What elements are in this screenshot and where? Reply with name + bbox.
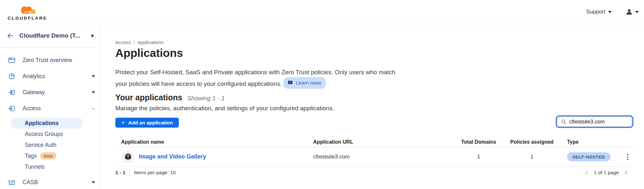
total-domains-value: 1 xyxy=(461,154,497,160)
chevron-up-icon xyxy=(92,107,95,110)
showing-count: Showing 1 - 1 xyxy=(187,95,225,102)
sidebar-item-tunnels[interactable]: Tunnels xyxy=(0,161,101,172)
table-header-row: Application name Application URL Total D… xyxy=(115,137,633,147)
chevron-down-icon xyxy=(608,11,612,13)
expand-account-icon[interactable] xyxy=(91,34,94,37)
learn-more-button[interactable]: Learn more xyxy=(284,77,325,89)
column-total-domains: Total Domains xyxy=(461,139,497,145)
row-actions-kebab-icon[interactable]: ⋮ xyxy=(624,153,635,160)
application-url: cftestsite3.com xyxy=(313,154,461,160)
account-name: Cloudflare Demo (T... xyxy=(19,32,91,39)
chevron-down-icon xyxy=(635,11,639,13)
overview-window-icon xyxy=(8,57,15,64)
type-badge: SELF-HOSTED xyxy=(567,152,610,161)
search-input[interactable] xyxy=(569,119,629,125)
access-login-icon xyxy=(8,105,15,112)
sidebar: Cloudflare Demo (T... Zero Trust overvie… xyxy=(0,24,101,189)
next-page-icon[interactable] xyxy=(623,170,629,175)
sidebar-item-service-auth[interactable]: Service Auth xyxy=(0,140,101,150)
table-row: Image and Video Gallery cftestsite3.com … xyxy=(115,147,633,166)
page-status: 1 of 1 page xyxy=(594,170,619,176)
sidebar-item-applications[interactable]: Applications xyxy=(10,118,83,129)
search-box xyxy=(557,117,632,127)
sidebar-item-label: Access Groups xyxy=(25,131,63,138)
account-selector: Cloudflare Demo (T... xyxy=(0,24,101,48)
sidebar-item-label: Tags xyxy=(25,153,37,159)
app-cube-icon xyxy=(125,153,131,160)
learn-more-label: Learn more xyxy=(296,78,321,88)
add-application-button[interactable]: + Add an application xyxy=(115,118,179,128)
pagination-divider xyxy=(130,169,130,176)
applications-table: Application name Application URL Total D… xyxy=(115,137,633,166)
sidebar-item-label: Service Auth xyxy=(25,142,56,148)
sidebar-item-gateway[interactable]: Gateway xyxy=(0,84,101,100)
book-icon xyxy=(288,80,293,85)
analytics-pie-icon xyxy=(8,73,15,80)
pagination-range: 1 - 1 xyxy=(115,170,125,176)
section-subtitle: Manage the policies, authentication, and… xyxy=(115,105,334,112)
sidebar-item-analytics[interactable]: Analytics xyxy=(0,68,101,84)
sidebar-nav: Zero Trust overview Analytics Gateway xyxy=(0,48,101,189)
sidebar-item-label: Tunnels xyxy=(25,164,45,170)
page-title: Applications xyxy=(115,47,183,59)
sidebar-item-tags[interactable]: Tags Beta xyxy=(0,150,101,161)
cloudflare-wordmark: CLOUDFLARE xyxy=(8,16,47,21)
main-content: Access / Applications Applications Prote… xyxy=(115,24,644,189)
sidebar-item-access-groups[interactable]: Access Groups xyxy=(0,129,101,140)
support-menu[interactable]: Support xyxy=(586,9,612,15)
prev-page-icon[interactable] xyxy=(584,170,589,175)
sidebar-item-label: Access xyxy=(23,105,41,112)
sidebar-item-label: Gateway xyxy=(23,89,45,96)
items-per-page[interactable]: Items per page: 10 xyxy=(134,170,176,176)
chevron-down-icon xyxy=(92,181,95,184)
plus-icon: + xyxy=(121,120,125,126)
breadcrumb-applications[interactable]: Applications xyxy=(138,40,164,45)
casb-check-box-icon xyxy=(8,179,15,186)
page-description-text: Protect your Self-Hosted, SaaS and Priva… xyxy=(115,69,395,87)
breadcrumb-access[interactable]: Access xyxy=(115,40,131,45)
breadcrumb: Access / Applications xyxy=(115,40,163,45)
section-title: Your applications xyxy=(115,93,182,102)
top-bar: CLOUDFLARE Support xyxy=(0,0,644,24)
access-subnav: Applications Access Groups Service Auth … xyxy=(0,118,101,172)
application-name-link[interactable]: Image and Video Gallery xyxy=(139,153,206,160)
breadcrumb-separator: / xyxy=(133,40,135,45)
column-application-name: Application name xyxy=(115,139,313,145)
column-type: Type xyxy=(567,139,624,145)
sidebar-item-label: Analytics xyxy=(23,73,45,80)
policies-assigned-value: 1 xyxy=(497,154,567,160)
user-menu[interactable] xyxy=(625,8,639,16)
sidebar-item-access[interactable]: Access xyxy=(0,100,101,116)
sidebar-item-label: Applications xyxy=(25,120,59,127)
beta-badge: Beta xyxy=(40,152,56,160)
chevron-down-icon xyxy=(92,75,95,77)
user-icon xyxy=(625,8,633,16)
cloudflare-logo[interactable]: CLOUDFLARE xyxy=(6,3,49,21)
sidebar-item-label: Zero Trust overview xyxy=(23,57,72,64)
sidebar-item-casb[interactable]: CASB xyxy=(0,174,101,189)
gateway-icon xyxy=(8,89,15,96)
search-icon xyxy=(561,119,566,124)
back-arrow-icon[interactable] xyxy=(7,32,14,39)
column-application-url: Application URL xyxy=(313,139,461,145)
add-application-label: Add an application xyxy=(128,120,173,126)
sidebar-item-zero-trust-overview[interactable]: Zero Trust overview xyxy=(0,52,101,68)
page-description: Protect your Self-Hosted, SaaS and Priva… xyxy=(115,68,400,89)
support-label: Support xyxy=(586,9,605,15)
cloudflare-cloud-icon xyxy=(16,4,38,15)
chevron-down-icon xyxy=(92,91,95,94)
sidebar-item-label: CASB xyxy=(23,179,38,186)
application-avatar xyxy=(122,151,134,163)
pagination-bar: 1 - 1 Items per page: 10 1 of 1 page xyxy=(115,167,633,178)
section-header: Your applications Showing 1 - 1 xyxy=(115,93,225,102)
column-policies-assigned: Policies assigned xyxy=(497,139,567,145)
